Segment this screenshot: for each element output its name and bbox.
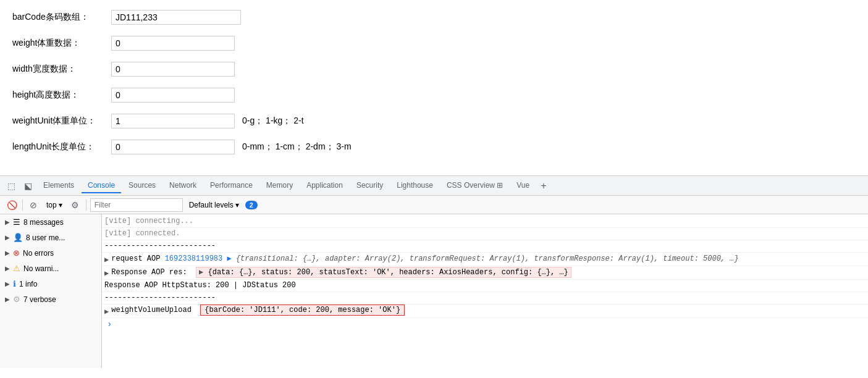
width-input[interactable] — [111, 62, 235, 77]
console-sidebar: ▶ ☰ 8 messages ▶ 👤 8 user me... ▶ ⊗ No e… — [0, 214, 102, 368]
tab-network[interactable]: Network — [163, 178, 203, 193]
response-expand-icon[interactable]: ▶ — [104, 269, 109, 278]
warning-triangle-icon: ⚠ — [13, 264, 20, 273]
weight-input[interactable] — [111, 36, 235, 51]
context-dropdown-icon: ▾ — [59, 201, 62, 209]
response-aop-res-text: Response AOP res: ▶ {data: {…}, status: … — [111, 267, 863, 277]
error-circle-icon: ⊗ — [13, 248, 20, 258]
sidebar-arrow-verbose: ▶ — [5, 296, 10, 303]
weight-label: weight体重数据： — [12, 38, 111, 49]
list-icon: ☰ — [13, 217, 20, 227]
sidebar-item-user-messages[interactable]: ▶ 👤 8 user me... — [0, 230, 101, 245]
message-count-badge: 2 — [245, 201, 258, 209]
add-tab-icon[interactable]: + — [537, 178, 550, 194]
sidebar-label-info: 1 info — [19, 280, 37, 288]
user-icon: 👤 — [13, 233, 23, 242]
sidebar-arrow-errors: ▶ — [5, 250, 10, 256]
console-expand-more[interactable]: › — [102, 318, 868, 330]
context-label: top — [46, 201, 57, 209]
request-aop-text: request AOP 1692338119983 ▶ {transitiona… — [111, 254, 863, 263]
verbose-icon: ⚙ — [13, 295, 20, 304]
filter-input[interactable] — [90, 198, 183, 212]
tab-sources[interactable]: Sources — [122, 178, 162, 193]
sidebar-arrow-info: ▶ — [5, 280, 10, 287]
height-input[interactable] — [111, 88, 235, 103]
separator1-text: ------------------------- — [104, 242, 863, 250]
request-expand-icon[interactable]: ▶ — [104, 255, 109, 264]
sidebar-item-no-errors[interactable]: ▶ ⊗ No errors — [0, 245, 101, 261]
tab-elements[interactable]: Elements — [37, 178, 80, 193]
sidebar-arrow-warnings: ▶ — [5, 265, 10, 272]
length-unit-hint: 0-mm； 1-cm； 2-dm； 3-m — [242, 141, 352, 153]
console-output[interactable]: [vite] connecting... [vite] connected. -… — [102, 214, 868, 368]
devtools-tabs-bar: ⬚ ⬕ Elements Console Sources Network Per… — [0, 176, 868, 196]
weight-unit-hint: 0-g； 1-kg； 2-t — [242, 116, 304, 127]
sidebar-label-user: 8 user me... — [26, 233, 65, 242]
weight-unit-row: weightUnit体重单位： 0-g； 1-kg； 2-t — [12, 114, 856, 128]
console-line-wvu: ▶ weightVolumeUpload {barCode: 'JD111', … — [102, 304, 868, 318]
console-line-http-status: Response AOP HttpStatus: 200 | JDStatus … — [102, 280, 868, 292]
wvu-expand-icon[interactable]: ▶ — [104, 307, 109, 316]
device-toggle-icon[interactable]: ⬕ — [20, 178, 36, 193]
wvu-obj-inline[interactable]: {barCode: 'JD111', code: 200, message: '… — [200, 304, 405, 316]
height-row: height高度数据： — [12, 88, 856, 103]
weight-unit-label: weightUnit体重单位： — [12, 116, 111, 127]
console-line-vite-connected: [vite] connected. — [102, 228, 868, 240]
barcode-row: barCode条码数组： — [12, 10, 856, 25]
devtools-body: ▶ ☰ 8 messages ▶ 👤 8 user me... ▶ ⊗ No e… — [0, 214, 868, 368]
inspect-element-icon[interactable]: ⬚ — [4, 178, 19, 193]
toolbar-separator-2 — [86, 200, 86, 211]
default-levels-arrow: ▾ — [235, 201, 239, 209]
toolbar-separator-1 — [22, 200, 23, 211]
barcode-label: barCode条码数组： — [12, 12, 111, 23]
length-unit-label: lengthUnit长度单位： — [12, 141, 111, 153]
context-selector[interactable]: top ▾ — [44, 200, 65, 211]
sidebar-item-verbose[interactable]: ▶ ⚙ 7 verbose — [0, 292, 101, 307]
tab-application[interactable]: Application — [300, 178, 349, 193]
length-unit-row: lengthUnit长度单位： 0-mm； 1-cm； 2-dm； 3-m — [12, 140, 856, 154]
devtools-panel: ⬚ ⬕ Elements Console Sources Network Per… — [0, 175, 868, 368]
tab-vue[interactable]: Vue — [510, 178, 536, 193]
tab-security[interactable]: Security — [350, 178, 389, 193]
sidebar-arrow-messages: ▶ — [5, 219, 10, 225]
sidebar-item-no-warnings[interactable]: ▶ ⚠ No warni... — [0, 261, 101, 276]
separator2-text: ------------------------- — [104, 293, 863, 302]
console-line-separator1: ------------------------- — [102, 240, 868, 253]
sidebar-label-errors: No errors — [23, 249, 54, 258]
response-obj-inline[interactable]: ▶ {data: {…}, status: 200, statusText: '… — [196, 267, 571, 278]
clear-console-icon[interactable]: 🚫 — [5, 198, 19, 212]
settings-icon[interactable]: ⚙ — [69, 198, 82, 212]
barcode-input[interactable] — [111, 10, 241, 25]
console-toolbar: 🚫 ⊘ top ▾ ⚙ Default levels ▾ 2 — [0, 196, 868, 214]
console-line-response-res: ▶ Response AOP res: ▶ {data: {…}, status… — [102, 266, 868, 280]
filter-icon[interactable]: ⊘ — [27, 198, 40, 212]
info-circle-icon: ℹ — [13, 279, 16, 288]
sidebar-label-warnings: No warni... — [23, 264, 59, 273]
tab-console[interactable]: Console — [82, 178, 121, 193]
height-label: height高度数据： — [12, 90, 111, 101]
width-label: width宽度数据： — [12, 64, 111, 75]
form-area: barCode条码数组： weight体重数据： width宽度数据： heig… — [0, 0, 868, 175]
weight-unit-input[interactable] — [111, 114, 235, 128]
tab-lighthouse[interactable]: Lighthouse — [390, 178, 439, 193]
default-levels-selector[interactable]: Default levels ▾ — [187, 200, 242, 211]
vite-connecting-text: [vite] connecting... — [104, 217, 863, 225]
tab-css-overview[interactable]: CSS Overview ⊞ — [440, 178, 509, 193]
wvu-text: weightVolumeUpload {barCode: 'JD111', co… — [111, 306, 863, 314]
sidebar-arrow-user: ▶ — [5, 234, 10, 241]
sidebar-label-verbose: 7 verbose — [23, 295, 56, 304]
tab-performance[interactable]: Performance — [204, 178, 259, 193]
http-status-text: Response AOP HttpStatus: 200 | JDStatus … — [104, 281, 863, 290]
vite-connected-text: [vite] connected. — [104, 229, 863, 238]
sidebar-item-info[interactable]: ▶ ℹ 1 info — [0, 276, 101, 292]
tab-memory[interactable]: Memory — [260, 178, 299, 193]
sidebar-label-messages: 8 messages — [23, 218, 64, 227]
default-levels-label: Default levels — [189, 201, 234, 209]
length-unit-input[interactable] — [111, 140, 235, 154]
sidebar-item-messages[interactable]: ▶ ☰ 8 messages — [0, 214, 101, 230]
console-line-request-aop: ▶ request AOP 1692338119983 ▶ {transitio… — [102, 253, 868, 266]
weight-row: weight体重数据： — [12, 36, 856, 51]
console-line-separator2: ------------------------- — [102, 292, 868, 304]
width-row: width宽度数据： — [12, 62, 856, 77]
console-line-vite-connecting: [vite] connecting... — [102, 216, 868, 228]
